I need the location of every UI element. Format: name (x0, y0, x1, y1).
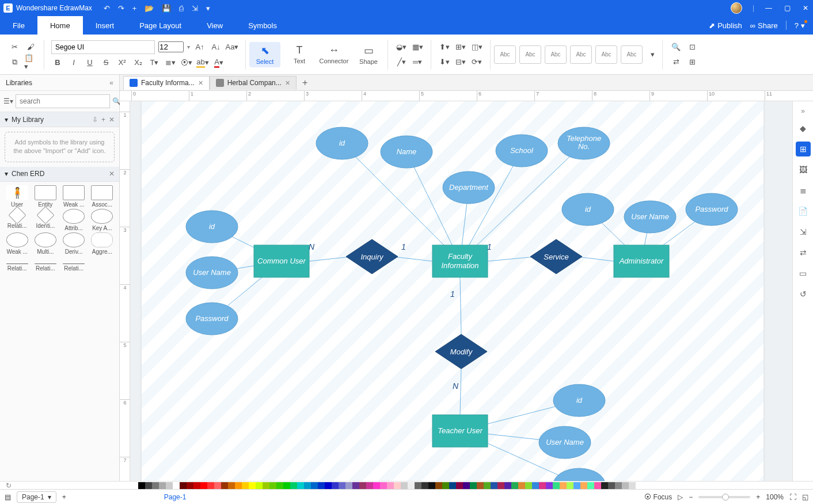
color-swatch[interactable] (497, 482, 504, 489)
align-button[interactable]: ◫▾ (470, 41, 483, 54)
color-swatch[interactable] (387, 482, 394, 489)
copy-button[interactable]: ⧉ (8, 56, 21, 68)
color-swatch[interactable] (180, 482, 187, 489)
align-text-button[interactable]: T▾ (148, 56, 161, 69)
import-icon[interactable]: ⇩ (92, 116, 98, 124)
color-swatch[interactable] (290, 482, 297, 489)
color-swatch[interactable] (352, 482, 359, 489)
zoom-in-button[interactable]: + (756, 493, 760, 501)
quick-style-more-button[interactable]: ▾ (646, 48, 659, 61)
library-shape-10[interactable]: Deriv... (60, 232, 88, 255)
color-swatch[interactable] (442, 482, 449, 489)
line-style-button[interactable]: ═▾ (411, 56, 424, 68)
diagram-page[interactable]: idUser NamePasswordidNameDepartmentSchoo… (142, 101, 763, 481)
color-swatch[interactable] (297, 482, 304, 489)
quick-style-6[interactable]: Abc (621, 45, 643, 64)
color-swatch[interactable] (373, 482, 380, 489)
color-swatch[interactable] (207, 482, 214, 489)
window-maximize-button[interactable]: ▢ (783, 4, 791, 12)
color-swatch[interactable] (518, 482, 525, 489)
library-shape-3[interactable]: Assoc... (89, 185, 116, 208)
zoom-slider[interactable] (698, 496, 750, 498)
redo-button[interactable]: ↷ (118, 4, 124, 13)
library-shape-5[interactable]: Identi... (32, 209, 59, 231)
new-button[interactable]: + (132, 4, 137, 13)
select-tool-button[interactable]: ⬉Select (249, 42, 280, 67)
color-swatch[interactable] (366, 482, 373, 489)
color-swatch[interactable] (587, 482, 594, 489)
color-swatch[interactable] (401, 482, 408, 489)
canvas-scroll[interactable]: idUser NamePasswordidNameDepartmentSchoo… (130, 101, 792, 481)
text-tool-button[interactable]: TText (284, 42, 315, 67)
tab-insert[interactable]: Insert (83, 16, 127, 35)
color-swatch[interactable] (200, 482, 207, 489)
color-swatch[interactable] (573, 482, 580, 489)
shape-tool-button[interactable]: ▭Shape (353, 42, 384, 67)
zoom-out-button[interactable]: − (689, 493, 693, 501)
color-swatch[interactable] (546, 482, 553, 489)
color-swatch[interactable] (629, 482, 636, 489)
history-icon[interactable]: ↺ (796, 287, 811, 301)
color-swatch[interactable] (449, 482, 456, 489)
color-swatch[interactable] (235, 482, 242, 489)
close-tab-icon[interactable]: ✕ (198, 79, 203, 87)
connector-tool-button[interactable]: ↔Connector (318, 42, 349, 67)
doc-tab-faculty[interactable]: Faculty Informa... ✕ (123, 76, 210, 90)
theme-icon[interactable]: ◆ (796, 121, 811, 136)
color-swatch[interactable] (159, 482, 166, 489)
color-swatch[interactable] (491, 482, 497, 489)
focus-button[interactable]: ⦿ Focus (644, 493, 672, 501)
color-swatch[interactable] (311, 482, 318, 489)
add-tab-button[interactable]: + (299, 78, 311, 88)
color-swatch[interactable] (511, 482, 518, 489)
color-swatch[interactable] (318, 482, 325, 489)
color-swatch[interactable] (567, 482, 573, 489)
color-swatch[interactable] (428, 482, 435, 489)
shadow-button[interactable]: ▦▾ (411, 41, 424, 54)
qat-more-button[interactable]: ▾ (206, 4, 210, 13)
bold-button[interactable]: B (51, 56, 64, 69)
color-swatch[interactable] (601, 482, 608, 489)
rotate-button[interactable]: ⟳▾ (470, 56, 483, 68)
color-swatch[interactable] (470, 482, 477, 489)
user-avatar[interactable] (731, 2, 742, 14)
color-swatch[interactable] (615, 482, 622, 489)
group-button[interactable]: ⊞▾ (454, 41, 467, 54)
color-swatch[interactable] (636, 482, 643, 489)
bullet-list-button[interactable]: ⦿▾ (180, 56, 193, 69)
publish-button[interactable]: ⬈ Publish (709, 21, 742, 30)
library-shape-7[interactable]: Key A... (89, 209, 116, 231)
quick-style-1[interactable]: Abc (494, 45, 516, 64)
window-close-button[interactable]: ✕ (801, 4, 810, 12)
color-swatch[interactable] (193, 482, 200, 489)
tab-file[interactable]: File (0, 16, 37, 35)
library-shape-1[interactable]: Entity (32, 185, 59, 208)
export-button[interactable]: ⇲ (192, 4, 198, 13)
color-swatch[interactable] (532, 482, 539, 489)
library-shape-2[interactable]: Weak ... (60, 185, 88, 208)
paste-button[interactable]: 📋▾ (24, 56, 37, 68)
quick-style-2[interactable]: Abc (519, 45, 541, 64)
tab-view[interactable]: View (194, 16, 235, 35)
color-swatch[interactable] (138, 482, 145, 489)
close-tab-icon[interactable]: ✕ (285, 79, 290, 87)
line-button[interactable]: ╱▾ (395, 56, 408, 68)
color-swatch[interactable] (221, 482, 228, 489)
color-swatch[interactable] (187, 482, 193, 489)
color-swatch[interactable] (560, 482, 567, 489)
superscript-button[interactable]: X² (116, 56, 128, 69)
add-icon[interactable]: + (101, 116, 105, 124)
color-swatch[interactable] (594, 482, 601, 489)
color-swatch[interactable] (525, 482, 532, 489)
cut-button[interactable]: ✂ (8, 41, 21, 54)
color-swatch[interactable] (242, 482, 249, 489)
help-button[interactable]: ? ▾ (795, 21, 805, 30)
fullscreen-button[interactable]: ◱ (802, 493, 808, 501)
select-all-button[interactable]: ⊡ (686, 41, 698, 54)
horizontal-ruler[interactable]: 01234567891011 (120, 91, 813, 101)
color-swatch[interactable] (173, 482, 180, 489)
tab-home[interactable]: Home (37, 16, 83, 35)
window-minimize-button[interactable]: — (765, 4, 773, 12)
color-swatch[interactable] (269, 482, 276, 489)
color-swatch[interactable] (249, 482, 256, 489)
